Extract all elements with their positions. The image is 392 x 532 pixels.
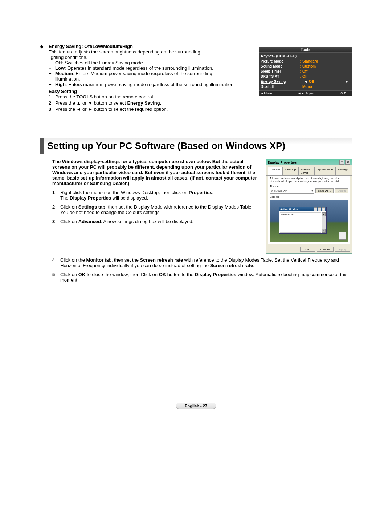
- apply-button[interactable]: Apply: [335, 247, 350, 252]
- tab-settings[interactable]: Settings: [335, 167, 350, 175]
- osd-move: ♦ Move: [261, 92, 272, 95]
- osd-adjust: ◄► Adjust: [298, 92, 314, 95]
- osd-title: Tools: [259, 47, 352, 53]
- dp-title: Display Properties: [268, 161, 297, 164]
- tools-osd: Tools Anynet+ (HDMI-CEC) Picture Mode:St…: [259, 47, 352, 96]
- dp-desc: A theme is a background plus a set of so…: [270, 177, 348, 183]
- sample-preview: Active Window _□✕ Window Text ▴▾: [270, 200, 348, 242]
- cancel-button[interactable]: Cancel: [317, 247, 334, 252]
- diamond-bullet-icon: ◆: [40, 44, 49, 113]
- energy-saving-heading: Energy Saving: [49, 44, 81, 49]
- close-icon[interactable]: ✕: [345, 160, 350, 165]
- scrollbar[interactable]: ▴▾: [322, 212, 326, 233]
- ok-button[interactable]: OK: [300, 247, 315, 252]
- display-properties-dialog: Display Properties ? ✕ Themes Desktop Sc…: [266, 159, 352, 254]
- sample-label: Sample:: [270, 195, 348, 198]
- chevron-down-icon: ▾: [311, 189, 313, 192]
- tab-themes[interactable]: Themes: [268, 167, 283, 175]
- tab-desktop[interactable]: Desktop: [283, 167, 298, 175]
- save-as-button[interactable]: Save As...: [315, 188, 334, 193]
- theme-label: Theme:: [270, 185, 348, 188]
- osd-exit: ⟲ Exit: [340, 92, 350, 95]
- section-heading: Setting up Your PC Software (Based on Wi…: [40, 138, 352, 154]
- energy-saving-desc: This feature adjusts the screen brightne…: [49, 49, 200, 60]
- left-arrow-icon: ◄: [302, 80, 309, 84]
- help-icon[interactable]: ?: [339, 160, 344, 165]
- delete-button[interactable]: Delete: [335, 188, 348, 193]
- right-arrow-icon: ►: [344, 80, 350, 84]
- tab-screensaver[interactable]: Screen Saver: [298, 167, 315, 175]
- theme-select[interactable]: Windows XP▾: [270, 188, 314, 194]
- osd-row-label: Anynet+ (HDMI-CEC): [261, 54, 299, 58]
- tab-appearance[interactable]: Appearance: [315, 167, 335, 175]
- page-number-badge: English - 27: [176, 403, 216, 409]
- intro-paragraph: The Windows display-settings for a typic…: [52, 159, 261, 186]
- recycle-bin-icon: [339, 232, 346, 240]
